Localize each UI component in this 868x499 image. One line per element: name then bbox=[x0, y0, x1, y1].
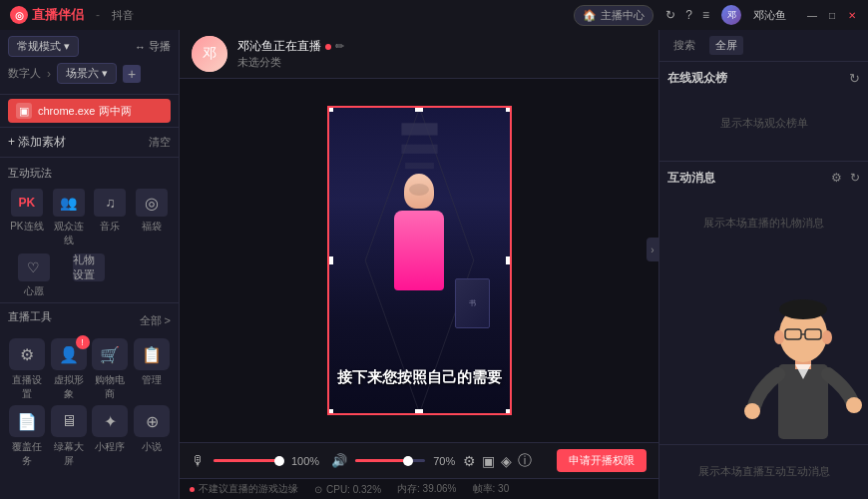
ecommerce-label: 购物电商 bbox=[92, 373, 130, 401]
video-frame[interactable]: 书 接下来您按照自己的需要 bbox=[327, 106, 512, 415]
handle-tr[interactable] bbox=[506, 106, 512, 112]
memory-item: 内存: 39.06% bbox=[397, 482, 456, 496]
music-icon: ♫ bbox=[94, 189, 126, 217]
interactive-section-title: 互动玩法 bbox=[8, 166, 171, 181]
greenscreen-icon: 🖥 bbox=[51, 405, 87, 437]
close-button[interactable]: ✕ bbox=[846, 9, 858, 21]
expand-arrow[interactable]: › bbox=[647, 238, 658, 261]
svg-rect-4 bbox=[401, 123, 437, 135]
chrome-item[interactable]: ▣ chrome.exe 两中两 bbox=[8, 99, 171, 123]
menu-icon[interactable]: ≡ bbox=[702, 8, 709, 22]
settings2-icon[interactable]: ⚙ bbox=[463, 453, 476, 469]
manage-label: 管理 bbox=[142, 373, 162, 387]
handle-mr[interactable] bbox=[506, 256, 512, 264]
handle-tl[interactable] bbox=[327, 106, 333, 112]
streamer-name-text: 邓沁鱼正在直播 bbox=[237, 38, 321, 55]
subtitle-overlay: 接下来您按照自己的需要 bbox=[329, 362, 510, 393]
audience-section: 在线观众榜 ↻ 显示本场观众榜单 bbox=[659, 62, 868, 162]
virtual-avatar-button[interactable]: 👤 ! 虚拟形象 bbox=[50, 338, 88, 401]
edit-icon[interactable]: ✏ bbox=[335, 40, 344, 53]
interactive-msg-title: 互动消息 bbox=[667, 170, 715, 187]
ecommerce-button[interactable]: 🛒 购物电商 bbox=[92, 338, 130, 401]
add-material-button[interactable]: + 添加素材 bbox=[8, 134, 66, 151]
audience-empty-hint: 显示本场观众榜单 bbox=[667, 95, 860, 153]
interactive-msg-hint: 展示本场直播的礼物消息 bbox=[667, 195, 860, 252]
manage-button[interactable]: 📋 管理 bbox=[133, 338, 171, 401]
mic-icon[interactable]: 🎙 bbox=[192, 453, 206, 469]
mic-thumb[interactable] bbox=[274, 456, 284, 466]
all-tools-button[interactable]: 全部 > bbox=[140, 313, 171, 328]
clear-button[interactable]: 清空 bbox=[149, 135, 171, 150]
wish-button[interactable]: ♡ 心愿 bbox=[8, 253, 60, 298]
warning-item: 不建议直播的游戏边缘 bbox=[190, 482, 298, 496]
speaker-icon[interactable]: 🔊 bbox=[331, 453, 347, 468]
info-icon[interactable]: ⓘ bbox=[518, 452, 532, 470]
maximize-button[interactable]: □ bbox=[826, 9, 838, 21]
guide-button[interactable]: ↔ 导播 bbox=[135, 39, 171, 54]
handle-ml[interactable] bbox=[327, 256, 333, 264]
msg-settings-icon[interactable]: ⚙ bbox=[831, 171, 842, 185]
audience-connect-button[interactable]: 👥 观众连线 bbox=[50, 189, 88, 248]
arrow-icon: › bbox=[47, 67, 51, 81]
greenscreen-label: 绿幕大屏 bbox=[50, 440, 88, 468]
pk-label: PK连线 bbox=[10, 220, 43, 234]
title-bar: ◎ 直播伴侣 - 抖音 🏠 主播中心 ↻ ? ≡ 邓 邓沁鱼 — □ ✕ bbox=[0, 0, 868, 30]
mode-button[interactable]: 常规模式 ▾ bbox=[8, 36, 79, 57]
refresh-icon[interactable]: ↻ bbox=[665, 8, 675, 22]
minimize-button[interactable]: — bbox=[806, 9, 818, 21]
add-scene-button[interactable]: + bbox=[123, 65, 141, 83]
mic-fill bbox=[214, 459, 283, 462]
gift-settings-button[interactable]: 礼物设置 bbox=[64, 253, 116, 298]
scene-label: 场景六 bbox=[66, 66, 99, 81]
speaker-track[interactable] bbox=[355, 459, 425, 462]
separator: - bbox=[96, 8, 100, 22]
bottom-hint-section: 展示本场直播互动互动消息 bbox=[659, 444, 868, 499]
speaker-volume-slider[interactable] bbox=[355, 459, 425, 462]
mic-track[interactable] bbox=[214, 459, 283, 462]
wish-icon: ♡ bbox=[18, 253, 50, 281]
lucky-button[interactable]: ◎ 福袋 bbox=[133, 189, 171, 248]
chrome-icon: ▣ bbox=[16, 103, 32, 119]
left-sidebar: 常规模式 ▾ ↔ 导播 数字人 › 场景六 ▾ + bbox=[0, 30, 180, 499]
apply-broadcast-button[interactable]: 申请开播权限 bbox=[557, 449, 647, 472]
handle-tm[interactable] bbox=[415, 106, 423, 112]
handle-bm[interactable] bbox=[415, 409, 423, 415]
book-item: 书 bbox=[455, 278, 490, 328]
right-sidebar: 搜索 全屏 在线观众榜 ↻ 显示本场观众榜单 互动消息 ⚙ ↻ 展示 bbox=[658, 30, 868, 499]
status-bar: 不建议直播的游戏边缘 ⊙ CPU: 0.32% 内存: 39.06% 帧率: 3… bbox=[180, 478, 658, 499]
pk-button[interactable]: PK PK连线 bbox=[8, 189, 46, 248]
mic-volume-slider[interactable] bbox=[214, 459, 283, 462]
streamer-avatar: 邓 bbox=[192, 36, 227, 72]
music-button[interactable]: ♫ 音乐 bbox=[92, 189, 130, 248]
mic-volume-value: 100% bbox=[291, 455, 319, 467]
title-bar-right: 🏠 主播中心 ↻ ? ≡ 邓 邓沁鱼 — □ ✕ bbox=[574, 5, 858, 26]
audience-refresh-icon[interactable]: ↻ bbox=[849, 71, 860, 86]
novel-button[interactable]: ⊕ 小说 bbox=[133, 405, 171, 468]
audience-connect-icon: 👥 bbox=[53, 189, 85, 217]
interactive-grid: PK PK连线 👥 观众连线 ♫ 音乐 ◎ 福袋 bbox=[8, 189, 171, 248]
share-icon[interactable]: ◈ bbox=[501, 453, 512, 469]
svg-rect-6 bbox=[405, 163, 434, 169]
interactive-grid2: ♡ 心愿 礼物设置 bbox=[8, 253, 171, 298]
miniprogram-button[interactable]: ✦ 小程序 bbox=[92, 405, 130, 468]
task-button[interactable]: 📄 覆盖任务 bbox=[8, 405, 46, 468]
handle-bl[interactable] bbox=[327, 409, 333, 415]
digital-row: 数字人 › 场景六 ▾ + bbox=[8, 63, 171, 84]
sidebar-top: 常规模式 ▾ ↔ 导播 数字人 › 场景六 ▾ + bbox=[0, 30, 179, 95]
cast-icon[interactable]: ▣ bbox=[482, 453, 495, 469]
greenscreen-button[interactable]: 🖥 绿幕大屏 bbox=[50, 405, 88, 468]
logo-icon: ◎ bbox=[10, 6, 28, 24]
host-badge[interactable]: 🏠 主播中心 bbox=[574, 5, 653, 26]
app-container: ◎ 直播伴侣 - 抖音 🏠 主播中心 ↻ ? ≡ 邓 邓沁鱼 — □ ✕ bbox=[0, 0, 868, 499]
tab-fullscreen[interactable]: 全屏 bbox=[709, 36, 743, 55]
scene-button[interactable]: 场景六 ▾ bbox=[57, 63, 117, 84]
gift-settings-icon: 礼物设置 bbox=[73, 253, 105, 281]
tab-search[interactable]: 搜索 bbox=[667, 36, 701, 55]
video-preview: 书 接下来您按照自己的需要 bbox=[180, 79, 658, 442]
bottom-controls: 🎙 100% 🔊 70% ⚙ bbox=[180, 442, 658, 478]
speaker-thumb[interactable] bbox=[403, 456, 413, 466]
handle-br[interactable] bbox=[506, 409, 512, 415]
help-icon[interactable]: ? bbox=[685, 8, 692, 22]
msg-refresh-icon[interactable]: ↻ bbox=[850, 171, 860, 185]
live-settings-button[interactable]: ⚙ 直播设置 bbox=[8, 338, 46, 401]
